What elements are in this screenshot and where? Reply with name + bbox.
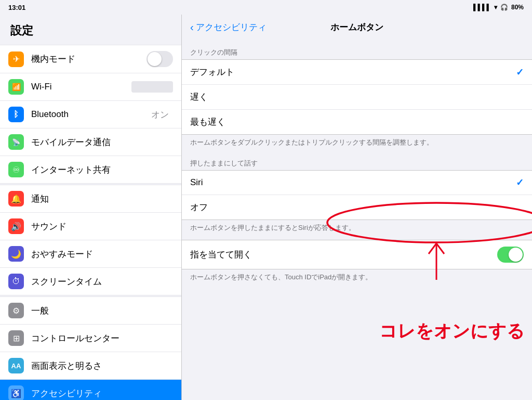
touchid-row[interactable]: 指を当てて開く — [182, 240, 532, 269]
sidebar-title: 設定 — [0, 15, 181, 45]
airplane-icon: ✈ — [8, 51, 24, 67]
option-off-label: オフ — [190, 201, 524, 213]
sidebar-label-donotdisturb: おやすみモード — [31, 248, 173, 260]
svg-text:コレをオンにする！: コレをオンにする！ — [379, 321, 532, 341]
back-chevron-icon: ‹ — [190, 21, 194, 33]
option-slow-label: 遅く — [190, 91, 524, 103]
sidebar-section-system: 🔔 通知 🔊 サウンド 🌙 おやすみモード ⏱ スクリーンタイム — [0, 185, 181, 295]
sidebar-item-donotdisturb[interactable]: 🌙 おやすみモード — [0, 240, 181, 268]
option-slowest[interactable]: 最も遅く — [182, 110, 532, 134]
sidebar-label-sound: サウンド — [31, 221, 173, 233]
option-default-label: デフォルト — [190, 66, 516, 78]
screentime-icon: ⏱ — [8, 274, 24, 289]
notification-icon: 🔔 — [8, 191, 24, 207]
bluetooth-value: オン — [151, 109, 169, 121]
detail-panel-wrapper: ‹ アクセシビリティ ホームボタン クリックの間隔 デフォルト ✓ 遅く — [182, 15, 532, 400]
display-icon: AA — [8, 358, 24, 373]
sidebar-label-screentime: スクリーンタイム — [31, 276, 173, 288]
touchid-toggle[interactable] — [497, 247, 524, 263]
option-slow[interactable]: 遅く — [182, 85, 532, 110]
option-default[interactable]: デフォルト ✓ — [182, 60, 532, 85]
option-siri-label: Siri — [190, 177, 516, 188]
bluetooth-icon: ᛒ — [8, 107, 24, 122]
sidebar-label-controlcenter: コントロールセンター — [31, 332, 173, 344]
sidebar-item-bluetooth[interactable]: ᛒ Bluetooth オン — [0, 101, 181, 128]
option-siri[interactable]: Siri ✓ — [182, 171, 532, 195]
sidebar-item-sound[interactable]: 🔊 サウンド — [0, 213, 181, 240]
wifi-icon: 📶 — [8, 79, 24, 95]
back-button[interactable]: ‹ アクセシビリティ — [190, 21, 267, 33]
sidebar-label-display: 画面表示と明るさ — [31, 360, 173, 372]
battery-level: 80% — [511, 4, 524, 11]
hold-to-speak-group: Siri ✓ オフ — [182, 170, 532, 220]
sidebar-label-notification: 通知 — [31, 193, 173, 205]
sidebar-item-notification[interactable]: 🔔 通知 — [0, 185, 181, 213]
sidebar-section-connectivity: ✈ 機内モード 📶 Wi-Fi ᛒ Bluetooth オン 📡 モバイルデータ… — [0, 45, 181, 184]
hold-to-speak-description: ホームボタンを押したままにするとSiriが応答します。 — [182, 220, 532, 240]
accessibility-icon: ♿ — [8, 385, 24, 400]
sidebar-label-cellular: モバイルデータ通信 — [31, 136, 173, 148]
sidebar-item-screentime[interactable]: ⏱ スクリーンタイム — [0, 268, 181, 295]
sidebar-item-accessibility[interactable]: ♿ アクセシビリティ — [0, 380, 181, 400]
sidebar-item-general[interactable]: ⚙ 一般 — [0, 296, 181, 325]
click-interval-group: デフォルト ✓ 遅く 最も遅く — [182, 59, 532, 135]
signal-icon: ▌▌▌▌ — [473, 4, 491, 11]
status-icons: ▌▌▌▌ ▾ 🎧 80% — [473, 4, 524, 11]
sidebar-item-cellular[interactable]: 📡 モバイルデータ通信 — [0, 128, 181, 156]
status-bar: 13:01 ▌▌▌▌ ▾ 🎧 80% — [0, 0, 532, 15]
cellular-icon: 📡 — [8, 134, 24, 150]
sidebar-label-general: 一般 — [31, 305, 173, 317]
sidebar-label-bluetooth: Bluetooth — [31, 109, 151, 120]
status-time: 13:01 — [8, 4, 25, 11]
wifi-value-bar — [131, 81, 173, 93]
touchid-label: 指を当てて開く — [190, 249, 497, 261]
main-container: 設定 ✈ 機内モード 📶 Wi-Fi ᛒ Bluetooth オン 📡 モバイル… — [0, 15, 532, 400]
hotspot-icon: ♾ — [8, 162, 24, 177]
general-icon: ⚙ — [8, 303, 24, 318]
sidebar-label-wifi: Wi-Fi — [31, 82, 131, 92]
sidebar-label-accessibility: アクセシビリティ — [31, 388, 173, 399]
touchid-group: 指を当てて開く — [182, 240, 532, 269]
sidebar-item-airplane[interactable]: ✈ 機内モード — [0, 45, 181, 73]
click-interval-description: ホームボタンをダブルクリックまたはトリプルクリックする間隔を調整します。 — [182, 135, 532, 154]
option-slowest-label: 最も遅く — [190, 116, 524, 128]
back-label: アクセシビリティ — [196, 21, 267, 33]
detail-header: ‹ アクセシビリティ ホームボタン — [182, 15, 532, 40]
click-interval-label: クリックの間隔 — [182, 44, 532, 59]
option-siri-check: ✓ — [516, 177, 524, 188]
option-default-check: ✓ — [516, 67, 524, 78]
donotdisturb-icon: 🌙 — [8, 246, 24, 262]
sidebar-item-controlcenter[interactable]: ⊞ コントロールセンター — [0, 325, 181, 352]
headphone-icon: 🎧 — [500, 4, 508, 11]
airplane-toggle[interactable] — [147, 51, 173, 67]
sidebar-label-hotspot: インターネット共有 — [31, 164, 173, 176]
detail-title: ホームボタン — [330, 21, 383, 33]
sidebar-item-display[interactable]: AA 画面表示と明るさ — [0, 352, 181, 380]
sidebar-label-airplane: 機内モード — [31, 53, 147, 65]
controlcenter-icon: ⊞ — [8, 330, 24, 346]
hold-to-speak-label: 押したままにして話す — [182, 154, 532, 170]
detail-panel: ‹ アクセシビリティ ホームボタン クリックの間隔 デフォルト ✓ 遅く — [182, 15, 532, 294]
option-off[interactable]: オフ — [182, 195, 532, 220]
sidebar-item-wifi[interactable]: 📶 Wi-Fi — [0, 73, 181, 101]
detail-content: クリックの間隔 デフォルト ✓ 遅く 最も遅く ホームボタンをダブルクリックまた… — [182, 40, 532, 294]
touchid-description: ホームボタンを押さなくても、Touch IDでiPadが開きます。 — [182, 269, 532, 289]
wifi-status-icon: ▾ — [494, 4, 497, 11]
sidebar-section-personalization: ⚙ 一般 ⊞ コントロールセンター AA 画面表示と明るさ ♿ アクセシビリティ… — [0, 296, 181, 400]
sidebar-item-hotspot[interactable]: ♾ インターネット共有 — [0, 156, 181, 184]
sound-icon: 🔊 — [8, 218, 24, 234]
sidebar: 設定 ✈ 機内モード 📶 Wi-Fi ᛒ Bluetooth オン 📡 モバイル… — [0, 15, 182, 400]
